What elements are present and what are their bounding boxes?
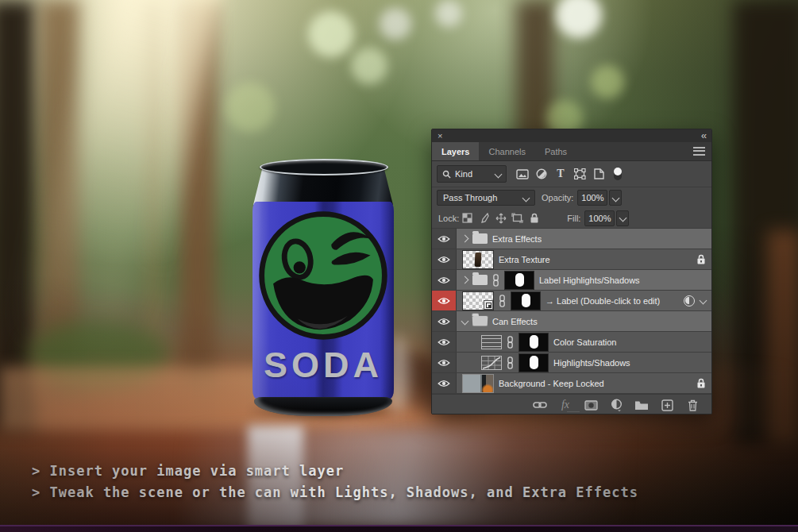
- caption-line-2: > Tweak the scene or the can with Lights…: [32, 484, 638, 500]
- visibility-eye-icon[interactable]: [432, 249, 457, 269]
- layer-row-background[interactable]: Background - Keep Locked: [432, 373, 711, 394]
- curves-adjustment-icon[interactable]: [481, 356, 502, 370]
- wet-reflection-streak: [248, 426, 303, 532]
- group-expand-chevron[interactable]: [461, 318, 469, 326]
- tab-channels[interactable]: Channels: [479, 142, 534, 160]
- layer-name: Color Saturation: [553, 337, 617, 347]
- winking-smiley-graphic: [256, 208, 391, 343]
- group-collapse-chevron[interactable]: [461, 276, 469, 284]
- smart-object-filter-icon[interactable]: [589, 166, 608, 182]
- filter-toggle-switch[interactable]: [608, 166, 627, 182]
- screenshot-stage: SODA > Insert your image via smart layer…: [0, 0, 798, 532]
- group-folder-open-icon: [472, 316, 488, 326]
- bokeh-light: [380, 8, 411, 40]
- filter-row: Kind T: [432, 161, 711, 187]
- new-group-button[interactable]: [634, 398, 650, 412]
- layer-mask-thumbnail[interactable]: [519, 333, 549, 352]
- group-collapse-chevron[interactable]: [461, 235, 469, 243]
- lock-transparency-icon[interactable]: [459, 211, 476, 226]
- lock-position-move-icon[interactable]: [492, 211, 509, 226]
- hue-saturation-adjustment-icon[interactable]: [481, 335, 502, 349]
- layer-row-color-saturation[interactable]: Color Saturation: [432, 332, 711, 353]
- bokeh-light: [591, 65, 624, 98]
- opacity-dropdown-button[interactable]: [609, 190, 622, 206]
- group-folder-icon: [472, 233, 488, 244]
- tab-paths[interactable]: Paths: [535, 142, 576, 160]
- fill-dropdown-button[interactable]: [616, 210, 629, 226]
- fill-value-field[interactable]: 100%: [584, 210, 615, 226]
- layer-list: Extra Effects Extra Texture: [432, 229, 711, 394]
- group-folder-icon: [472, 275, 488, 285]
- layer-row-highlights-shadows[interactable]: Highlights/Shadows: [432, 353, 711, 373]
- layer-row-can-effects[interactable]: Can Effects: [432, 311, 711, 332]
- layer-row-extra-effects[interactable]: Extra Effects: [432, 229, 711, 249]
- blend-mode-value: Pass Through: [443, 193, 497, 202]
- mask-link-icon[interactable]: [507, 357, 514, 369]
- lock-all-padlock-icon[interactable]: [526, 211, 542, 226]
- panel-menu-icon[interactable]: [693, 147, 705, 156]
- blend-row: Pass Through Opacity: 100%: [432, 187, 711, 208]
- background-photo-thumbnail[interactable]: [462, 374, 494, 393]
- can-base: [254, 397, 392, 416]
- pixel-layer-filter-icon[interactable]: [513, 166, 532, 182]
- layer-name: → Label (Double-click to edit): [545, 296, 660, 306]
- visibility-eye-icon[interactable]: [432, 270, 457, 290]
- bokeh-light: [435, 0, 462, 27]
- bokeh-light: [308, 11, 354, 57]
- mask-link-icon[interactable]: [492, 274, 499, 287]
- add-layer-mask-button[interactable]: [583, 398, 599, 412]
- lock-row: Lock: Fill: 100%: [432, 208, 711, 229]
- visibility-eye-icon[interactable]: [432, 353, 457, 372]
- layer-name: Extra Effects: [492, 234, 542, 244]
- soda-can: SODA: [253, 159, 394, 416]
- layer-name: Extra Texture: [499, 255, 550, 264]
- close-icon[interactable]: ×: [438, 132, 442, 140]
- bokeh-light: [226, 83, 275, 132]
- kind-filter-dropdown[interactable]: Kind: [437, 165, 507, 183]
- adjustment-filter-icon[interactable]: [532, 166, 551, 182]
- visibility-eye-icon[interactable]: [432, 373, 457, 393]
- chevron-down-icon: [495, 170, 503, 178]
- collapse-panel-icon[interactable]: ‹‹: [701, 130, 706, 141]
- layer-thumbnail[interactable]: [462, 250, 494, 269]
- fill-label: Fill:: [567, 214, 580, 223]
- can-lid: [260, 159, 388, 175]
- lock-badge-icon: [696, 378, 706, 388]
- chevron-down-icon: [522, 194, 530, 202]
- tab-layers[interactable]: Layers: [432, 142, 479, 160]
- layer-mask-thumbnail[interactable]: [504, 271, 534, 290]
- new-adjustment-layer-button[interactable]: [608, 398, 624, 412]
- shape-filter-icon[interactable]: [570, 166, 589, 182]
- visibility-eye-icon[interactable]: [432, 229, 457, 249]
- delete-layer-trash-button[interactable]: [684, 398, 700, 412]
- layer-mask-thumbnail[interactable]: [511, 291, 541, 310]
- bottom-dark-strip: [0, 525, 798, 532]
- opacity-value-field[interactable]: 100%: [577, 190, 607, 206]
- lock-pixels-brush-icon[interactable]: [476, 211, 492, 226]
- visibility-eye-icon[interactable]: [432, 332, 457, 352]
- smart-filters-icon: [684, 295, 695, 306]
- smart-object-thumbnail[interactable]: [462, 291, 494, 310]
- layer-style-fx-button[interactable]: fx: [557, 398, 573, 412]
- visibility-eye-icon[interactable]: [432, 311, 457, 331]
- search-icon: [442, 170, 451, 179]
- link-layers-button[interactable]: [532, 398, 548, 412]
- panel-resize-grip[interactable]: [567, 411, 580, 414]
- layer-row-extra-texture[interactable]: Extra Texture: [432, 249, 711, 270]
- blend-mode-dropdown[interactable]: Pass Through: [437, 190, 535, 206]
- layer-name: Label Highlights/Shadows: [539, 276, 640, 285]
- mask-link-icon[interactable]: [499, 295, 506, 307]
- smart-filters-collapse-chevron[interactable]: [700, 297, 707, 305]
- smart-object-badge: [484, 300, 493, 310]
- panel-titlebar: × ‹‹: [432, 129, 711, 142]
- layer-row-label-highlights-shadows[interactable]: Label Highlights/Shadows: [432, 270, 711, 291]
- layer-row-label-smart-object[interactable]: → Label (Double-click to edit): [432, 291, 711, 311]
- lock-badge-icon: [696, 254, 706, 264]
- lock-artboard-icon[interactable]: [509, 211, 526, 226]
- layer-name: Can Effects: [492, 317, 538, 326]
- visibility-eye-icon-highlighted[interactable]: [432, 291, 457, 310]
- new-layer-button[interactable]: [659, 398, 675, 412]
- layer-mask-thumbnail[interactable]: [519, 353, 549, 372]
- type-filter-icon[interactable]: T: [551, 166, 570, 182]
- mask-link-icon[interactable]: [507, 336, 514, 349]
